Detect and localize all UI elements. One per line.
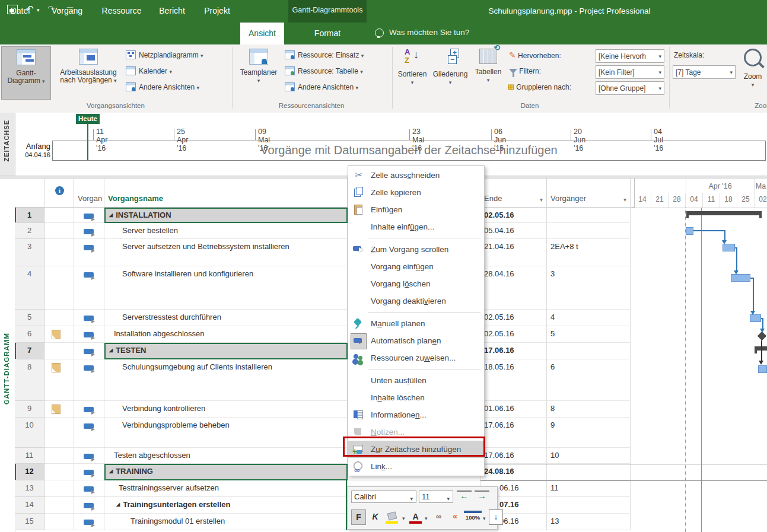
end-date-cell[interactable]: 28.04.16 [480, 266, 547, 310]
outline-button[interactable]: +− Gliederung▾ [431, 46, 470, 100]
row-number[interactable]: 12 [15, 464, 44, 480]
row-number[interactable]: 5 [15, 310, 44, 326]
bold-button[interactable]: F [351, 509, 366, 525]
info-cell[interactable] [44, 223, 74, 239]
info-cell[interactable] [44, 497, 74, 514]
task-mode-cell[interactable] [74, 266, 104, 310]
predecessor-cell[interactable]: 13 [547, 514, 631, 530]
task-name-cell[interactable]: Testtrainingsserver aufsetzen [104, 480, 348, 497]
info-cell[interactable] [44, 401, 74, 418]
row-number[interactable]: 1 [15, 208, 44, 223]
task-bar[interactable] [686, 227, 693, 235]
header-predecessors[interactable]: Vorgänger▾ [547, 179, 631, 208]
header-task-mode[interactable]: Vorgan▾ [74, 179, 104, 208]
end-date-cell[interactable]: 21.04.16 [480, 239, 547, 266]
font-name-select[interactable]: Calibri▾ [351, 490, 416, 503]
row-number[interactable]: 4 [15, 266, 44, 310]
task-name-cell[interactable]: Schulungsumgebung auf Clients installier… [104, 359, 348, 401]
filter-dropdown[interactable]: [Kein Filter]▾ [596, 65, 664, 79]
resource-usage-button[interactable]: Ressource: Einsatz ▾ [285, 48, 364, 62]
task-mode-cell[interactable] [74, 208, 104, 223]
menu-item-delete-task[interactable]: Vorgang löschen [348, 275, 484, 292]
fill-down-icon[interactable]: ↓ [489, 509, 503, 525]
predecessor-cell[interactable]: 2EA+8 t [547, 239, 631, 266]
tell-me-box[interactable]: Was möchten Sie tun? [389, 28, 469, 37]
task-mode-cell[interactable] [74, 480, 104, 497]
task-name-cell[interactable]: Testen abgeschlossen [104, 448, 348, 464]
predecessor-cell[interactable] [547, 208, 631, 223]
tab-ressource[interactable]: Ressource [96, 0, 147, 22]
predecessor-cell[interactable] [547, 343, 631, 359]
task-mode-cell[interactable] [74, 310, 104, 326]
tab-projekt[interactable]: Projekt [198, 0, 236, 22]
info-cell[interactable] [44, 480, 74, 497]
unlink-tasks-icon[interactable]: ∝ [447, 509, 462, 525]
task-mode-cell[interactable] [74, 514, 104, 530]
info-cell[interactable] [44, 326, 74, 343]
task-name-cell[interactable]: ◢TRAINING [104, 464, 348, 480]
row-number[interactable]: 9 [15, 401, 44, 418]
link-tasks-icon[interactable]: ∞ [431, 509, 445, 525]
italic-button[interactable]: K [368, 509, 383, 525]
header-end-date[interactable]: Ende▾ [480, 179, 547, 208]
menu-item-insert-task[interactable]: Vorgang einfügen [348, 258, 484, 275]
end-date-cell[interactable]: 17.06.16 [480, 418, 547, 448]
task-mode-cell[interactable] [74, 401, 104, 418]
info-cell[interactable] [44, 418, 74, 448]
row-number[interactable]: 3 [15, 239, 44, 266]
tab-datei[interactable]: Datei [6, 0, 34, 22]
task-mode-cell[interactable] [74, 448, 104, 464]
tables-button[interactable]: Tabellen▾ [471, 46, 505, 100]
menu-item-information[interactable]: Informationen... [348, 406, 484, 423]
end-date-cell[interactable]: 02.05.16 [480, 326, 547, 343]
task-bar[interactable] [750, 314, 761, 322]
task-name-cell[interactable]: ◢INSTALLATION [104, 208, 348, 223]
task-name-cell[interactable]: Verbindung kontrollieren [104, 401, 348, 418]
menu-item-cut-cell[interactable]: Zelle ausschneiden [348, 167, 484, 184]
row-number[interactable]: 8 [15, 359, 44, 401]
row-number[interactable]: 2 [15, 223, 44, 239]
predecessor-cell[interactable] [547, 464, 631, 480]
resource-sheet-button[interactable]: Ressource: Tabelle ▾ [285, 64, 363, 78]
end-date-cell[interactable]: 02.05.16 [480, 310, 547, 326]
row-number[interactable]: 10 [15, 418, 44, 448]
gantt-chart-pane[interactable]: Apr '16Ma1421280411182502 [632, 179, 767, 532]
sort-button[interactable]: AZ↓ Sortieren▾ [395, 46, 429, 100]
indent-button[interactable]: → [475, 490, 489, 507]
header-info[interactable]: i [44, 179, 74, 208]
task-name-cell[interactable]: Server aufsetzen und Betriebssystem inst… [104, 239, 348, 266]
predecessor-cell[interactable]: 6 [547, 359, 631, 401]
menu-item-deactivate-task[interactable]: Vorgang deaktivieren [348, 292, 484, 310]
undo-dropdown-icon[interactable]: ▾ [37, 7, 40, 13]
menu-item-clear-contents[interactable]: Inhalte löschen [348, 389, 484, 406]
info-cell[interactable] [44, 448, 74, 464]
end-date-cell[interactable]: 18.05.16 [480, 359, 547, 401]
info-cell[interactable] [44, 239, 74, 266]
end-date-cell[interactable]: 02.05.16 [480, 208, 547, 223]
row-number[interactable]: 11 [15, 448, 44, 464]
info-cell[interactable] [44, 310, 74, 326]
summary-bar[interactable] [686, 211, 762, 215]
zoom-button[interactable]: Zoom▾ [739, 46, 766, 100]
info-cell[interactable] [44, 208, 74, 223]
task-name-cell[interactable]: Installation abgeschlossen [104, 326, 348, 343]
header-row-number[interactable] [15, 179, 44, 208]
percent-complete-button[interactable]: 100% [464, 511, 482, 528]
predecessor-cell[interactable]: 4 [547, 310, 631, 326]
task-mode-cell[interactable] [74, 223, 104, 239]
row-number[interactable]: 6 [15, 326, 44, 343]
info-cell[interactable] [44, 359, 74, 401]
row-number[interactable]: 7 [15, 343, 44, 359]
task-name-cell[interactable]: Verbindungsprobleme beheben [104, 418, 348, 448]
row-number[interactable]: 14 [15, 497, 44, 514]
collapse-triangle-icon[interactable]: ◢ [109, 348, 113, 353]
menu-item-manually-schedule[interactable]: Manuell planen [348, 315, 484, 332]
row-number[interactable]: 13 [15, 480, 44, 497]
menu-item-link[interactable]: Link... [348, 458, 484, 475]
menu-item-scroll-to-task[interactable]: Zum Vorgang scrollen [348, 241, 484, 258]
end-date-cell[interactable]: 05.04.16 [480, 223, 547, 239]
menu-item-fill-down[interactable]: Unten ausfüllen [348, 372, 484, 389]
task-bar[interactable] [758, 365, 767, 373]
highlight-dropdown[interactable]: [Keine Hervorh▾ [596, 49, 664, 63]
fill-color-button[interactable] [384, 509, 399, 525]
